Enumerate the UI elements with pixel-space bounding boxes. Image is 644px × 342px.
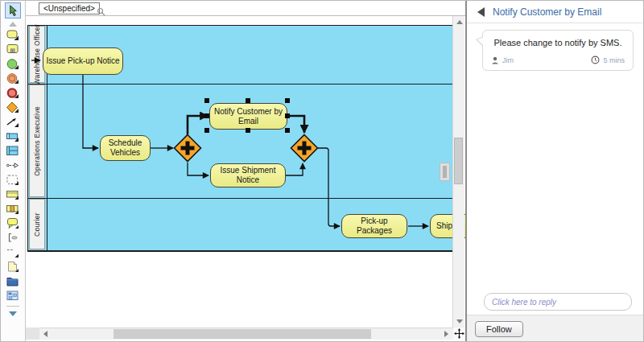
task-label: Issue Shipment Notice [213, 166, 283, 185]
subprocess-tool-icon[interactable] [6, 43, 20, 56]
lane-label: Courier [33, 212, 41, 237]
scroll-down-icon[interactable] [6, 311, 20, 316]
task-label: Issue Pick-up Notice [46, 56, 119, 66]
selection-handle[interactable] [246, 128, 250, 133]
scroll-up-icon[interactable] [6, 21, 20, 27]
lane-header-operations-executive[interactable]: Operations Executive [29, 84, 45, 197]
package-tool-icon[interactable] [6, 275, 20, 287]
comments-panel-header: Notify Customer by Email [467, 1, 644, 23]
scrollbar-left-arrow-icon[interactable] [43, 331, 47, 337]
note-tool-icon[interactable] [6, 261, 20, 273]
lane-tool-icon[interactable] [6, 188, 20, 200]
follow-button[interactable]: Follow [475, 321, 523, 337]
generic-connector-tool-icon[interactable] [6, 246, 20, 258]
scrollbar-corner [26, 328, 39, 340]
pointer-tool-icon[interactable] [5, 2, 21, 19]
selection-handle[interactable] [285, 128, 290, 133]
task-schedule-vehicles[interactable]: Schedule Vehicles [100, 135, 151, 161]
task-issue-shipment-notice[interactable]: Issue Shipment Notice [210, 163, 286, 187]
task-issue-pickup-notice[interactable]: Issue Pick-up Notice [43, 47, 123, 75]
start-event-tool-icon[interactable] [6, 58, 20, 70]
task-pickup-packages[interactable]: Pick-up Packages [341, 214, 407, 238]
parallel-gateway-1[interactable] [173, 134, 202, 163]
lane-label: Operations Executive [33, 106, 41, 176]
sequence-flow-tool-icon[interactable] [6, 116, 20, 128]
magnifier-icon[interactable] [97, 5, 105, 19]
lane-divider [27, 84, 453, 84]
diagram-tab-label: <Unspecified> [43, 4, 95, 13]
lane-divider [27, 198, 453, 199]
parallel-gateway-2[interactable] [290, 134, 319, 163]
diagram-tool-palette [1, 1, 26, 342]
selection-handle[interactable] [285, 113, 290, 118]
comments-panel-title: Notify Customer by Email [493, 6, 601, 18]
application-window: <Unspecified> Warehouse Officer Operatio… [0, 0, 644, 342]
comment-card: Please change to notify by SMS. Jim 5 mi… [482, 30, 634, 71]
comment-time: 5 mins [603, 56, 625, 64]
selection-handle[interactable] [204, 98, 209, 103]
message-flow-tool-icon[interactable] [6, 159, 20, 171]
anchor-tool-icon[interactable] [6, 232, 20, 244]
task-label: Schedule Vehicles [103, 138, 147, 158]
lane-label: Warehouse Officer [33, 24, 41, 85]
scrollbar-down-arrow-icon[interactable] [456, 319, 463, 323]
vertical-scrollbar-thumb[interactable] [454, 138, 463, 184]
intermediate-event-tool-icon[interactable] [6, 72, 20, 84]
canvas-scroll-pill[interactable] [440, 163, 450, 181]
scrollbar-up-arrow-icon[interactable] [456, 20, 463, 24]
selection-handle[interactable] [204, 113, 209, 118]
comments-panel: Notify Customer by Email Please change t… [465, 1, 644, 342]
pan-diagram-button[interactable] [453, 328, 465, 340]
model-diagram-tool-icon[interactable] [6, 290, 20, 302]
selection-handle[interactable] [285, 98, 290, 103]
sub-lane-tool-icon[interactable] [6, 203, 20, 215]
comment-message: Please change to notify by SMS. [491, 38, 625, 47]
clock-icon [591, 56, 600, 64]
task-tool-icon[interactable] [6, 29, 20, 41]
task-label: Notify Customer by Email [213, 107, 284, 126]
lane-header-courier[interactable]: Courier [29, 199, 45, 249]
selection-handle[interactable] [204, 128, 209, 133]
pool-lanes-tool-icon[interactable] [6, 145, 20, 157]
horizontal-scrollbar-thumb[interactable] [114, 329, 371, 339]
gateway-tool-icon[interactable] [6, 101, 20, 113]
task-notify-customer-by-email[interactable]: Notify Customer by Email [209, 103, 287, 130]
reply-input[interactable] [484, 293, 632, 311]
comments-panel-footer: Follow [467, 315, 644, 342]
task-label: Pick-up Packages [345, 216, 404, 236]
pool-top-border [27, 25, 453, 26]
pool-bottom-border [27, 250, 453, 252]
diagram-tab[interactable]: <Unspecified> [39, 2, 100, 14]
toolbar-divider [6, 306, 19, 307]
end-event-tool-icon[interactable] [6, 87, 20, 99]
callout-tool-icon[interactable] [6, 217, 20, 229]
pool-left-border [27, 25, 28, 252]
person-icon [491, 56, 499, 64]
comment-tail-icon [477, 37, 484, 46]
comment-author: Jim [502, 56, 514, 64]
scrollbar-right-arrow-icon[interactable] [444, 331, 448, 337]
group-tool-icon[interactable] [6, 174, 20, 186]
back-arrow-icon[interactable] [477, 7, 485, 17]
selection-handle[interactable] [246, 98, 250, 103]
pool-tool-icon[interactable] [6, 130, 20, 142]
diagram-tab-bar: <Unspecified> [26, 1, 465, 16]
